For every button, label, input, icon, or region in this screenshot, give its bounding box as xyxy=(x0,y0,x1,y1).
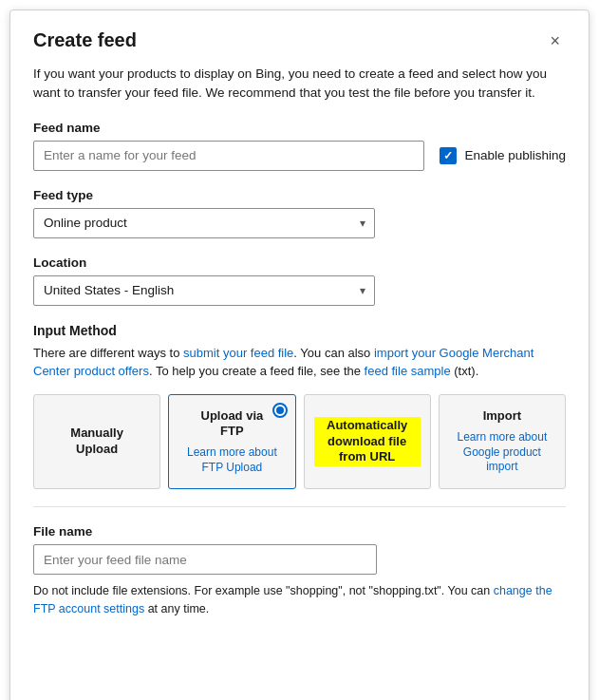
file-name-input[interactable] xyxy=(33,544,377,575)
file-name-section: File name Do not include file extensions… xyxy=(33,524,566,618)
divider xyxy=(33,506,566,507)
location-wrapper: United States - English ▾ xyxy=(33,275,375,306)
location-select[interactable]: United States - English xyxy=(33,275,375,306)
method-card-upload-ftp[interactable]: Upload viaFTP Learn more about FTP Uploa… xyxy=(168,394,295,490)
feed-type-select[interactable]: Online product xyxy=(33,208,375,238)
location-section: Location United States - English ▾ xyxy=(33,255,566,306)
feed-name-section: Feed name Enable publishing xyxy=(33,121,566,171)
change-ftp-settings-link[interactable]: change the FTP account settings xyxy=(33,584,552,615)
dialog-header: Create feed × xyxy=(33,29,566,51)
enable-publishing-container: Enable publishing xyxy=(440,147,566,164)
enable-publishing-checkbox[interactable] xyxy=(440,147,457,164)
file-name-note: Do not include file extensions. For exam… xyxy=(33,582,566,618)
feed-type-label: Feed type xyxy=(33,188,566,202)
file-name-label: File name xyxy=(33,524,566,539)
method-card-manually-upload[interactable]: ManuallyUpload xyxy=(33,394,160,490)
create-feed-dialog: Create feed × If you want your products … xyxy=(9,9,590,700)
feed-type-section: Feed type Online product ▾ xyxy=(33,188,566,238)
auto-download-title: Automatically download file from URL xyxy=(314,417,421,467)
feed-name-input[interactable] xyxy=(33,141,424,171)
method-card-auto-download[interactable]: Automatically download file from URL xyxy=(304,394,431,490)
feed-name-row: Enable publishing xyxy=(33,141,566,171)
feed-file-sample-link[interactable]: feed file sample xyxy=(365,364,451,378)
ftp-radio-indicator xyxy=(272,403,288,418)
upload-ftp-sub[interactable]: Learn more about FTP Upload xyxy=(178,445,285,475)
input-method-section: Input Method There are different ways to… xyxy=(33,323,566,490)
import-sub[interactable]: Learn more about Google product import xyxy=(449,430,555,475)
submit-feed-link[interactable]: submit your feed file xyxy=(183,346,293,360)
import-title: Import xyxy=(483,408,521,425)
method-card-import[interactable]: Import Learn more about Google product i… xyxy=(439,394,566,490)
feed-name-label: Feed name xyxy=(33,121,566,135)
manually-upload-title: ManuallyUpload xyxy=(70,426,123,458)
input-method-title: Input Method xyxy=(33,323,566,338)
feed-type-wrapper: Online product ▾ xyxy=(33,208,375,238)
dialog-title: Create feed xyxy=(33,29,137,51)
method-cards: ManuallyUpload Upload viaFTP Learn more … xyxy=(33,394,566,490)
input-method-desc: There are different ways to submit your … xyxy=(33,344,566,381)
upload-ftp-title: Upload viaFTP xyxy=(201,408,264,441)
enable-publishing-label: Enable publishing xyxy=(464,148,566,162)
close-button[interactable]: × xyxy=(544,30,566,51)
intro-text: If you want your products to display on … xyxy=(33,65,566,104)
location-label: Location xyxy=(33,255,566,270)
